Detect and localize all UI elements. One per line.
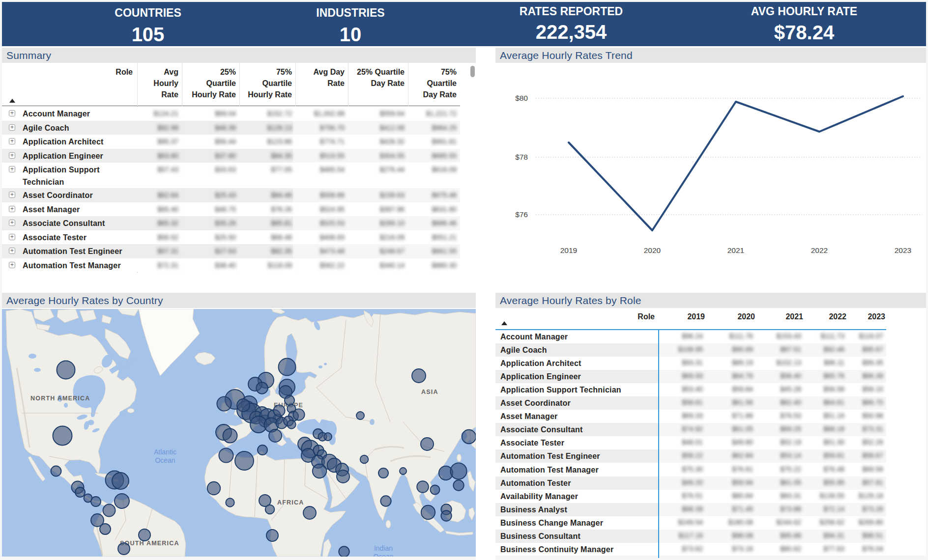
svg-text:2022: 2022: [811, 246, 828, 254]
svg-text:Indian: Indian: [374, 544, 393, 552]
svg-text:2023: 2023: [895, 246, 911, 254]
svg-text:NORTH AMERICA: NORTH AMERICA: [30, 395, 90, 402]
svg-text:2021: 2021: [727, 246, 744, 254]
svg-text:$78: $78: [515, 153, 528, 161]
svg-text:AFRICA: AFRICA: [277, 499, 304, 506]
svg-text:Ocean: Ocean: [373, 553, 393, 557]
svg-text:2020: 2020: [644, 246, 661, 254]
svg-text:2019: 2019: [560, 246, 577, 254]
svg-text:$80: $80: [515, 94, 528, 102]
svg-text:Atlantic: Atlantic: [154, 448, 176, 456]
svg-text:$76: $76: [515, 210, 528, 219]
svg-text:ASIA: ASIA: [421, 389, 438, 395]
svg-text:Ocean: Ocean: [155, 456, 175, 464]
